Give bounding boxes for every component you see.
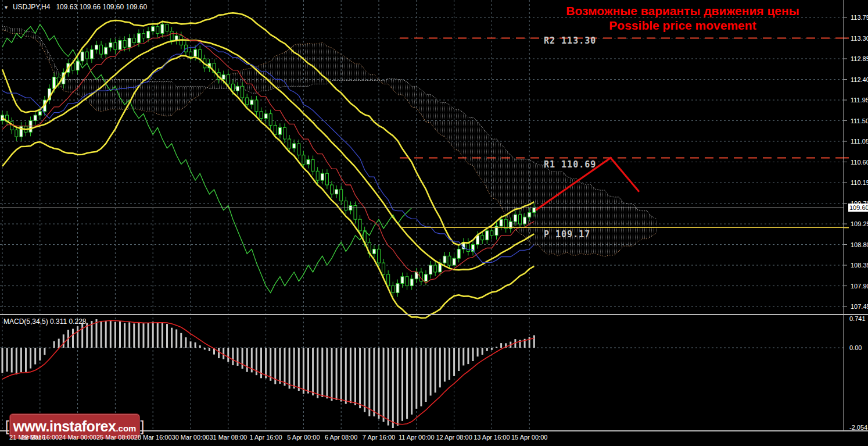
macd-axis-label: 0.00 [849,344,862,351]
price-axis-label: 108.80 [851,241,868,248]
price-axis-label: 111.05 [851,138,868,145]
pivot-p-label: P 109.17 [544,229,590,240]
symbol-quote-text: USDJPY,H4 109.63 109.66 109.60 109.60 [13,3,147,11]
pivot-r2-label: R2 113.30 [544,35,596,46]
price-axis-label: 110.60 [851,159,868,166]
date-axis-label: 15 Apr 00:00 [503,434,555,441]
analysis-title-ru: Возможные варианты движения цены [505,3,860,18]
price-axis-label: 112.40 [851,76,868,83]
analysis-title-en: Possible price movement [505,18,860,33]
watermark-domain-text: www.instaforex [13,418,116,435]
price-axis-label: 113.30 [851,35,868,42]
pivot-levels-layer [0,38,849,229]
mt4-chart-window: ▼USDJPY,H4 109.63 109.66 109.60 109.60 M… [0,0,868,446]
macd-indicator-label: MACD(5,34,5) 0.311 0.228 [3,317,87,326]
price-axis-label: 109.25 [851,220,868,227]
price-axis-label: 109.70 [851,200,868,207]
macd-axis-label: -2.054 [849,424,867,431]
price-axis-label: 113.75 [851,14,868,21]
frame-layer [0,0,868,431]
pivot-r1-label: R1 110.69 [544,159,596,170]
watermark-domain-suffix: .com [116,420,136,433]
symbol-info-bar[interactable]: ▼USDJPY,H4 109.63 109.66 109.60 109.60 [3,3,147,11]
watermark-bracket-left: [ [1,418,13,435]
price-axis-label: 111.95 [851,97,868,104]
price-axis-label: 107.90 [851,283,868,290]
price-axis-label: 107.45 [851,303,868,310]
price-axis-label: 110.15 [851,179,868,186]
chevron-down-icon[interactable]: ▼ [3,5,9,10]
price-chart-canvas[interactable] [0,0,868,446]
price-axis-label: 108.35 [851,262,868,269]
watermark-bracket-right: ] [136,418,148,435]
analysis-title: Возможные варианты движения цены Possibl… [505,3,860,33]
price-axis-label: 112.85 [851,55,868,62]
price-axis-label: 111.50 [851,117,868,124]
macd-axis-label: 0.741 [849,315,866,322]
